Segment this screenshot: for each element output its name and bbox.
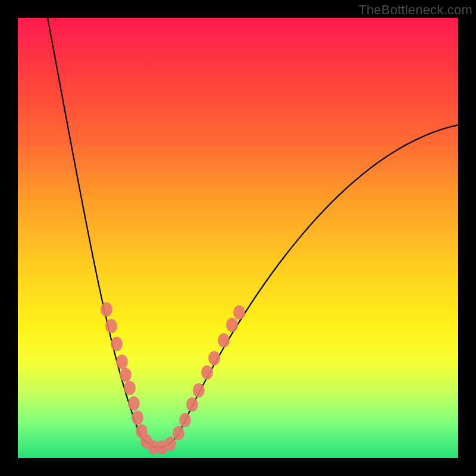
data-bead xyxy=(233,305,245,320)
data-bead xyxy=(193,383,205,397)
data-bead xyxy=(201,365,213,380)
data-bead xyxy=(101,302,112,317)
watermark-text: TheBottleneck.com xyxy=(358,2,472,18)
data-bead xyxy=(105,319,117,333)
data-bead xyxy=(208,351,220,365)
data-bead xyxy=(131,411,143,425)
data-bead xyxy=(124,381,136,395)
data-bead xyxy=(218,333,230,347)
data-bead xyxy=(226,318,238,332)
bottleneck-curve xyxy=(48,18,458,448)
data-bead xyxy=(120,368,131,382)
curve-overlay xyxy=(18,18,458,458)
data-bead xyxy=(111,337,123,351)
data-bead xyxy=(164,437,176,451)
data-bead xyxy=(186,397,198,412)
data-bead xyxy=(128,396,140,411)
data-bead xyxy=(116,355,128,369)
bead-group xyxy=(101,302,245,455)
data-bead xyxy=(173,426,184,440)
data-bead xyxy=(179,413,191,427)
